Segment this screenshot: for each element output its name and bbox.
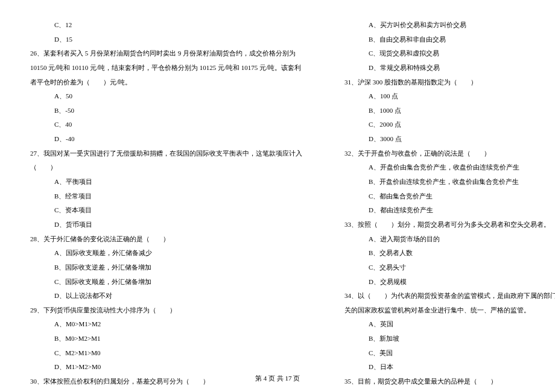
- q29-option-c: C、M2>M1>M0: [24, 346, 302, 361]
- q31-option-b: B、1000 点: [338, 104, 555, 118]
- q28-option-c: C、国际收支顺差，外汇储备增加: [24, 275, 302, 289]
- q27-stem-line1: 27、我国对某一受灾国进行了无偿援助和捐赠，在我国的国际收支平衡表中，这笔款项应…: [24, 147, 302, 161]
- q28-stem: 28、关于外汇储备的变化说法正确的是（ ）: [24, 232, 302, 247]
- q28-option-d: D、以上说法都不对: [24, 289, 302, 303]
- q26-stem-line2: 10150 元/吨和 10110 元/吨，结束套利时，平仓价格分别为 10125…: [24, 61, 302, 75]
- q34-option-c: C、美国: [338, 346, 555, 361]
- q27-option-a: A、平衡项目: [24, 175, 302, 189]
- q26-option-a: A、50: [24, 89, 302, 104]
- q27-stem-line2: （ ）: [24, 160, 302, 175]
- q30-option-d: D、常规交易和特殊交易: [338, 61, 555, 75]
- q29-option-a: A、M0>M1>M2: [24, 317, 302, 332]
- q33-option-b: B、交易者人数: [338, 246, 555, 261]
- q32-option-d: D、都由连续竞价产生: [338, 203, 555, 218]
- q32-option-b: B、开盘价由连续竞价产生，收盘价由集合竞价产生: [338, 175, 555, 189]
- q31-option-c: C、2000 点: [338, 118, 555, 132]
- q26-option-c: C、40: [24, 118, 302, 132]
- q27-option-b: B、经常项目: [24, 189, 302, 204]
- q27-option-c: C、资本项目: [24, 203, 302, 218]
- left-column: C、12 D、15 26、某套利者买入 5 月份菜籽油期货合约同时卖出 9 月份…: [24, 18, 302, 389]
- q29-option-b: B、M0>M2>M1: [24, 332, 302, 346]
- q33-stem: 33、按照（ ）划分，期货交易者可分为多头交易者和空头交易者。: [338, 218, 555, 232]
- q30-option-a: A、买方叫价交易和卖方叫价交易: [338, 18, 555, 33]
- q34-stem-line2: 关的国家政权监管机构对基金业进行集中、统一、严格的监管。: [338, 303, 555, 318]
- q31-option-a: A、100 点: [338, 89, 555, 104]
- q31-option-d: D、3000 点: [338, 132, 555, 147]
- q29-stem: 29、下列货币供应量按流动性大小排序为（ ）: [24, 303, 302, 318]
- q34-option-b: B、新加坡: [338, 332, 555, 346]
- q34-option-d: D、日本: [338, 360, 555, 375]
- q25-option-c: C、12: [24, 18, 302, 33]
- q28-option-b: B、国际收支逆差，外汇储备增加: [24, 261, 302, 275]
- q28-option-a: A、国际收支顺差，外汇储备减少: [24, 246, 302, 261]
- q29-option-d: D、M1>M2>M0: [24, 360, 302, 375]
- q32-stem: 32、关于开盘价与收盘价，正确的说法是（ ）: [338, 147, 555, 161]
- q30-option-b: B、自由交易和非自由交易: [338, 33, 555, 47]
- q31-stem: 31、沪深 300 股指数的基期指数定为（ ）: [338, 75, 555, 90]
- q26-stem-line3: 者平仓时的价差为（ ）元/吨。: [24, 75, 302, 90]
- q32-option-a: A、开盘价由集合竞价产生，收盘价由连续竞价产生: [338, 160, 555, 175]
- q33-option-a: A、进入期货市场的目的: [338, 232, 555, 247]
- q34-stem-line1: 34、以（ ）为代表的期货投资基金的监管模式，是由政府下属的部门或直接隶属于立法…: [338, 289, 555, 303]
- q32-option-c: C、都由集合竞价产生: [338, 189, 555, 204]
- q33-option-d: D、交易规模: [338, 275, 555, 289]
- q26-stem-line1: 26、某套利者买入 5 月份菜籽油期货合约同时卖出 9 月份菜籽油期货合约，成交…: [24, 46, 302, 61]
- q26-option-d: D、-40: [24, 132, 302, 147]
- q26-option-b: B、-50: [24, 104, 302, 118]
- q34-option-a: A、英国: [338, 317, 555, 332]
- q30-option-c: C、现货交易和虚拟交易: [338, 46, 555, 61]
- q33-option-c: C、交易头寸: [338, 261, 555, 275]
- q27-option-d: D、货币项目: [24, 218, 302, 232]
- right-column: A、买方叫价交易和卖方叫价交易 B、自由交易和非自由交易 C、现货交易和虚拟交易…: [338, 18, 555, 389]
- q25-option-d: D、15: [24, 33, 302, 47]
- page-footer: 第 4 页 共 17 页: [0, 374, 555, 383]
- page-content: C、12 D、15 26、某套利者买入 5 月份菜籽油期货合约同时卖出 9 月份…: [24, 18, 531, 389]
